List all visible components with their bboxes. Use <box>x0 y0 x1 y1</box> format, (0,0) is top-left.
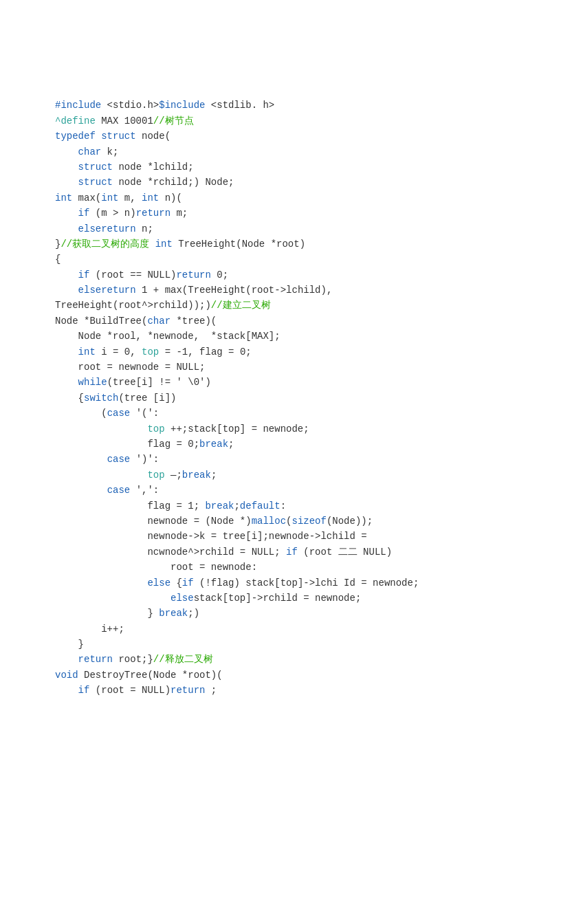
line-37: return root;}//释放二叉树 <box>55 654 213 665</box>
line-19: while(tree[i] != ' \0') <box>55 377 211 388</box>
line-35: i++; <box>55 624 124 635</box>
line-8: if (m > n)return m; <box>55 208 188 219</box>
line-32: else {if (!flag) stack[top]->lchi Id = n… <box>55 578 419 588</box>
line-25: top —;break; <box>55 470 217 481</box>
line-34: } break;) <box>55 608 199 619</box>
line-2: ^define MAX 10001//树节点 <box>55 116 194 126</box>
line-13: elsereturn 1 + max(TreeHeight(root->lchi… <box>55 285 332 296</box>
line-24: case ')': <box>55 454 159 465</box>
line-21: (case '(': <box>55 408 159 419</box>
line-29: newnode->k = tree[i];newnode->lchild = <box>55 531 367 542</box>
line-5: struct node *lchild; <box>55 162 194 173</box>
line-15: Node *BuildTree(char *tree)( <box>55 316 217 327</box>
line-12: if (root == NULL)return 0; <box>55 270 228 280</box>
line-9: elsereturn n; <box>55 223 153 234</box>
line-23: flag = 0;break; <box>55 439 234 450</box>
line-18: root = newnode = NULL; <box>55 362 205 373</box>
line-1: #include <stdio.h>$include <stdlib. h> <box>55 100 274 111</box>
line-31: root = newnode: <box>55 562 257 573</box>
line-10: }//获取二叉树的高度 int TreeHeight(Node *root) <box>55 239 305 250</box>
line-3: typedef struct node( <box>55 131 170 142</box>
line-11: { <box>55 254 60 265</box>
line-6: struct node *rchild;) Node; <box>55 177 234 188</box>
line-30: ncwnode^>rchild = NULL; if (root 二二 NULL… <box>55 547 392 558</box>
line-4: char k; <box>55 146 118 157</box>
line-14: TreeHeight(root^>rchild));)//建立二叉树 <box>55 300 271 311</box>
line-16: Node *rool, *newnode, *stack[MAX]; <box>55 331 280 342</box>
code-container: #include <stdio.h>$include <stdlib. h> ^… <box>55 82 506 698</box>
line-39: if (root = NULL)return ; <box>55 685 217 696</box>
line-20: {switch(tree [i]) <box>55 393 176 404</box>
line-17: int i = 0, top = -1, flag = 0; <box>55 346 252 358</box>
line-36: } <box>55 639 84 650</box>
line-22: top ++;stack[top] = newnode; <box>55 424 309 434</box>
line-27: flag = 1; break;default: <box>55 500 286 512</box>
line-7: int max(int m, int n)( <box>55 192 182 204</box>
line-28: newnode = (Node *)malloc(sizeof(Node)); <box>55 516 373 527</box>
line-33: elsestack[top]->rchild = newnode; <box>55 593 361 604</box>
line-26: case ',': <box>55 485 159 496</box>
line-38: void DestroyTree(Node *root)( <box>55 670 223 681</box>
